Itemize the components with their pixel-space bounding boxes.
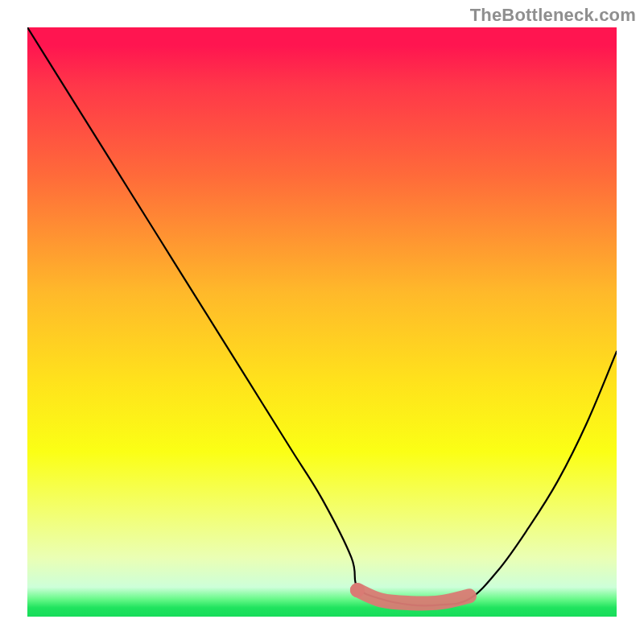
plot-area (27, 27, 617, 617)
watermark-text: TheBottleneck.com (470, 5, 636, 26)
chart-container: TheBottleneck.com (0, 0, 644, 644)
curve-line (27, 27, 617, 605)
highlight-segment (357, 590, 469, 604)
highlight-start-dot (350, 583, 365, 597)
chart-svg (27, 27, 617, 617)
curve-group (27, 27, 617, 605)
highlight-group (350, 583, 469, 604)
